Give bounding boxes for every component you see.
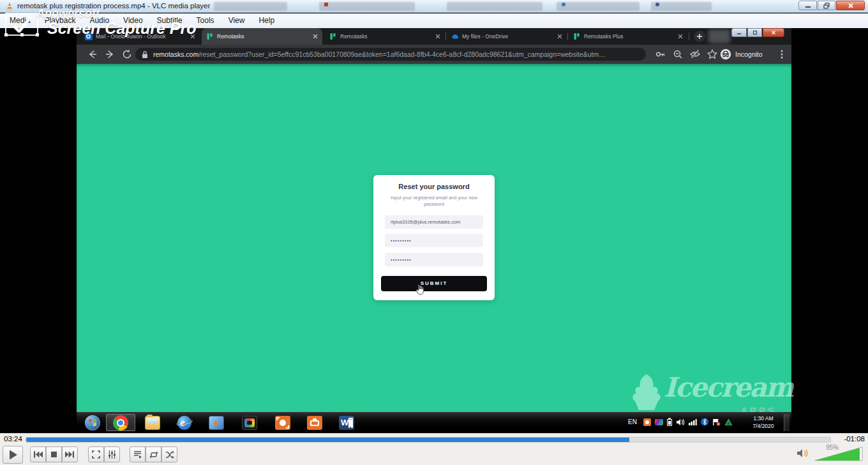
vlc-cone-icon [5, 2, 14, 11]
taskbar-explorer-button[interactable] [138, 414, 167, 431]
capture-tray-icon[interactable] [643, 418, 651, 426]
page-subtitle: Input your registered email and your new… [373, 195, 495, 208]
menu-view[interactable]: View [221, 13, 252, 28]
show-desktop-button[interactable] [784, 414, 789, 431]
vlc-menu-bar: Media Playback Audio Video Subtitle Tool… [0, 13, 868, 28]
ie-icon: e [177, 415, 192, 431]
taskbar-word-button[interactable]: W . [332, 414, 361, 431]
restore-button[interactable] [818, 1, 835, 10]
bluetooth-icon[interactable] [701, 418, 708, 426]
previous-button[interactable] [30, 446, 46, 462]
menu-subtitle[interactable]: Subtitle [150, 13, 190, 28]
taskbar-clock[interactable]: 1:30 AM 7/4/2020 [745, 415, 781, 430]
tab-outlook-mail[interactable]: Mail - Oriela Juwon - Outlook [80, 28, 200, 45]
minimize-button[interactable] [798, 1, 817, 10]
wmp-icon [209, 416, 224, 430]
volume-tray-icon[interactable] [676, 418, 685, 426]
fullscreen-button[interactable] [88, 446, 104, 462]
tab-onedrive[interactable]: My files - OneDrive [447, 28, 567, 45]
tab-label: My files - OneDrive [462, 33, 554, 40]
confirm-password-field[interactable]: ••••••••• [385, 253, 483, 266]
loop-button[interactable] [146, 446, 161, 462]
tab-separator [689, 33, 689, 40]
menu-help[interactable]: Help [251, 13, 281, 28]
speaker-icon[interactable] [797, 448, 809, 459]
taskbar-wmp-button[interactable] [202, 414, 231, 431]
lock-icon [142, 50, 148, 59]
visibility-off-icon[interactable] [689, 49, 701, 60]
stop-button[interactable] [46, 446, 62, 462]
seek-bar[interactable] [26, 437, 831, 443]
menu-video[interactable]: Video [116, 13, 149, 28]
nvidia-tray-icon[interactable] [724, 418, 733, 426]
menu-media[interactable]: Media [3, 13, 38, 28]
word-icon: W . [339, 416, 354, 430]
reload-button[interactable] [121, 49, 133, 60]
action-center-icon[interactable] [712, 418, 721, 426]
ghost-tab [214, 2, 287, 11]
url-text: remotasks.com/reset_password?user_id=5ef… [153, 50, 606, 58]
tab-close-icon[interactable] [313, 34, 318, 39]
start-button[interactable] [78, 414, 107, 431]
incognito-badge: Incognito [720, 47, 763, 61]
taskbar-chrome-button[interactable] [106, 414, 135, 431]
menu-playback[interactable]: Playback [38, 13, 83, 28]
volume-percent-label: 95% [826, 444, 839, 451]
tab-close-icon[interactable] [190, 34, 195, 39]
submit-button[interactable]: SUBMIT [381, 276, 487, 291]
email-field[interactable]: rtplus3105@plus.remotasks.com [385, 215, 483, 229]
remotasks-icon [329, 33, 337, 40]
chrome-icon [113, 415, 128, 431]
menu-audio[interactable]: Audio [82, 13, 116, 28]
shuffle-button[interactable] [161, 446, 177, 462]
new-tab-button[interactable] [694, 31, 705, 42]
tab-remotasks-plus[interactable]: Remotasks Plus [569, 28, 687, 45]
taskbar-ie-button[interactable]: e [170, 414, 199, 431]
ghost-tab [447, 2, 542, 11]
seek-bar-fill [26, 438, 629, 442]
tab-label: Remotasks [217, 33, 310, 40]
camera-icon [307, 416, 322, 430]
recorder-icon [242, 416, 257, 430]
tab-remotasks[interactable]: Remotasks [325, 28, 445, 45]
close-button[interactable] [836, 1, 865, 10]
system-tray [643, 418, 733, 426]
battery-icon[interactable] [667, 418, 672, 426]
menu-kebab-icon[interactable] [776, 49, 788, 60]
ghost-favicon [655, 3, 659, 6]
ghost-tab [557, 2, 640, 11]
taskbar-camera-button[interactable] [300, 414, 329, 431]
tab-close-icon[interactable] [557, 34, 562, 39]
tab-close-icon[interactable] [678, 34, 683, 39]
network-signal-icon[interactable] [689, 418, 697, 425]
browser-toolbar: remotasks.com/reset_password?user_id=5ef… [77, 45, 791, 64]
menu-tools[interactable]: Tools [190, 13, 221, 28]
new-password-field[interactable]: ••••••••• [385, 234, 483, 247]
taskbar-capture-button[interactable] [268, 414, 297, 431]
equalizer-button[interactable] [104, 446, 120, 462]
remotasks-icon [206, 33, 214, 40]
forward-button[interactable] [104, 49, 116, 60]
url-bar[interactable]: remotasks.com/reset_password?user_id=5ef… [135, 48, 646, 61]
reset-password-card: Reset your password Input your registere… [373, 175, 495, 300]
vlc-title-bar[interactable]: remotask plus registration process.mp4 -… [0, 0, 868, 13]
taskbar-recorder-button[interactable] [235, 414, 264, 431]
star-icon[interactable] [707, 49, 718, 60]
playlist-button[interactable] [130, 446, 146, 462]
incognito-icon [720, 49, 731, 60]
tab-separator [445, 33, 446, 40]
cursor-pointer-icon [414, 284, 426, 296]
play-button[interactable] [3, 446, 23, 464]
zoom-icon[interactable] [672, 49, 684, 60]
remaining-time: -01:08 [844, 435, 865, 443]
language-indicator[interactable]: EN [628, 418, 637, 425]
tab-remotasks-active[interactable]: Remotasks [202, 28, 322, 45]
elapsed-time: 03:24 [4, 435, 22, 443]
back-button[interactable] [87, 49, 98, 60]
photos-tray-icon[interactable] [655, 419, 663, 425]
tab-separator [567, 33, 568, 40]
ghost-window-controls [731, 28, 784, 37]
next-button[interactable] [62, 446, 78, 462]
key-icon[interactable] [655, 49, 666, 60]
tab-close-icon[interactable] [435, 34, 440, 39]
